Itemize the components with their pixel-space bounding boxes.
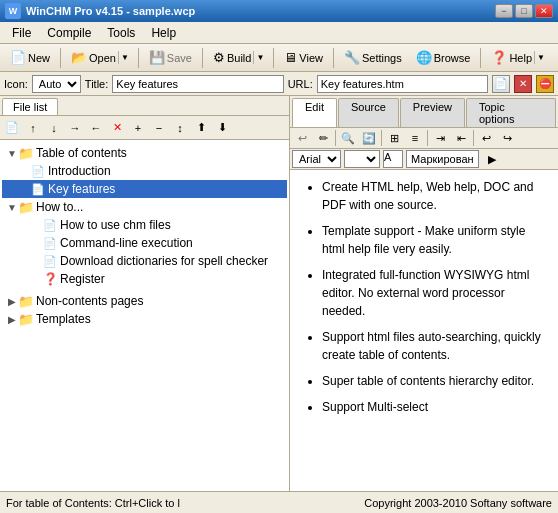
redo-button[interactable]: ↪ — [497, 129, 517, 147]
open-button[interactable]: 📂 Open ▼ — [65, 47, 134, 68]
font-color-button[interactable]: A — [383, 150, 403, 168]
tmpl-folder-icon: 📁 — [18, 311, 34, 327]
view-icon: 🖥 — [284, 50, 297, 65]
tree-item-templates[interactable]: ▶ 📁 Templates — [2, 310, 287, 328]
left-panel: File list 📄 ↑ ↓ → ← ✕ + − ↕ ⬆ ⬇ ▼ 📁 Tabl… — [0, 96, 290, 491]
expand-button[interactable]: + — [128, 119, 148, 137]
move-up-button[interactable]: ↑ — [23, 119, 43, 137]
tree-item-how-to-use[interactable]: 📄 How to use chm files — [2, 216, 287, 234]
root-folder-icon: 📁 — [18, 145, 34, 161]
tree-item-register[interactable]: ❓ Register — [2, 270, 287, 288]
tree-area: ▼ 📁 Table of contents 📄 Introduction 📄 K… — [0, 140, 289, 491]
tree-item-cmdline[interactable]: 📄 Command-line execution — [2, 234, 287, 252]
menu-file[interactable]: File — [4, 24, 39, 42]
reg-page-icon: ❓ — [42, 271, 58, 287]
replace-button[interactable]: 🔄 — [359, 129, 379, 147]
expand-tmpl-icon[interactable]: ▶ — [6, 314, 18, 325]
separator — [335, 130, 336, 146]
tree-root[interactable]: ▼ 📁 Table of contents — [2, 144, 287, 162]
move-down-button[interactable]: ↓ — [44, 119, 64, 137]
indent-button[interactable]: ⇥ — [430, 129, 450, 147]
tab-source[interactable]: Source — [338, 98, 399, 127]
tree-item-how-to[interactable]: ▼ 📁 How to... — [2, 198, 287, 216]
cmd-page-icon: 📄 — [42, 235, 58, 251]
build-button[interactable]: ⚙ Build ▼ — [207, 47, 269, 68]
font-style-label: Маркирован — [406, 150, 479, 168]
align-button[interactable]: ≡ — [405, 129, 425, 147]
window-title: WinCHM Pro v4.15 - sample.wcp — [26, 5, 195, 17]
new-button[interactable]: 📄 New — [4, 47, 56, 68]
undo2-button[interactable]: ↩ — [476, 129, 496, 147]
tree-item-download[interactable]: 📄 Download dictionaries for spell checke… — [2, 252, 287, 270]
editor-tabs: Edit Source Preview Topic options — [290, 96, 558, 128]
use-page-icon: 📄 — [42, 217, 58, 233]
app-icon: W — [5, 3, 21, 19]
collapse-button[interactable]: − — [149, 119, 169, 137]
tab-edit[interactable]: Edit — [292, 98, 337, 127]
help-button[interactable]: ❓ Help ▼ — [485, 47, 550, 68]
bold-button[interactable]: ✏ — [313, 129, 333, 147]
editor-content: Create HTML help, Web help, DOC and PDF … — [290, 170, 558, 491]
delete-button[interactable]: ✕ — [107, 119, 127, 137]
add-topic-button[interactable]: 📄 — [2, 119, 22, 137]
outdent-button[interactable]: ⇤ — [451, 129, 471, 147]
settings-button[interactable]: 🔧 Settings — [338, 47, 408, 68]
menu-tools[interactable]: Tools — [99, 24, 143, 42]
save-button[interactable]: 💾 Save — [143, 47, 198, 68]
browse-icon: 🌐 — [416, 50, 432, 65]
separator — [381, 130, 382, 146]
tree-item-introduction[interactable]: 📄 Introduction — [2, 162, 287, 180]
expand-root-icon[interactable]: ▼ — [6, 148, 18, 159]
url-browse-button[interactable]: 📄 — [492, 75, 510, 93]
font-select[interactable]: Arial — [292, 150, 341, 168]
tab-topic-options[interactable]: Topic options — [466, 98, 556, 127]
move-right-button[interactable]: → — [65, 119, 85, 137]
separator — [480, 48, 481, 68]
open-arrow[interactable]: ▼ — [118, 51, 131, 64]
table-button[interactable]: ⊞ — [384, 129, 404, 147]
expand-nc-icon[interactable]: ▶ — [6, 296, 18, 307]
menu-bar: File Compile Tools Help — [0, 22, 558, 44]
tree-intro-label: Introduction — [48, 164, 111, 178]
expand-howto-icon[interactable]: ▼ — [6, 202, 18, 213]
maximize-button[interactable]: □ — [515, 4, 533, 18]
font-bar: Arial A Маркирован ▶ — [290, 149, 558, 170]
status-bar: For table of Contents: Ctrl+Click to l C… — [0, 491, 558, 513]
view-button[interactable]: 🖥 View — [278, 47, 329, 68]
status-left: For table of Contents: Ctrl+Click to l — [6, 497, 180, 509]
save-icon: 💾 — [149, 50, 165, 65]
menu-help[interactable]: Help — [143, 24, 184, 42]
move-left-button[interactable]: ← — [86, 119, 106, 137]
list-item: Support Multi-select — [322, 398, 546, 416]
arrow-up2-button[interactable]: ⬆ — [191, 119, 211, 137]
menu-compile[interactable]: Compile — [39, 24, 99, 42]
font-style-arrow[interactable]: ▶ — [482, 150, 502, 168]
title-input[interactable] — [112, 75, 283, 93]
minimize-button[interactable]: − — [495, 4, 513, 18]
tree-item-key-features[interactable]: 📄 Key features — [2, 180, 287, 198]
intro-page-icon: 📄 — [30, 163, 46, 179]
open-icon: 📂 — [71, 50, 87, 65]
panel-toolbar: 📄 ↑ ↓ → ← ✕ + − ↕ ⬆ ⬇ — [0, 116, 289, 140]
separator — [202, 48, 203, 68]
tree-item-noncontents[interactable]: ▶ 📁 Non-contents pages — [2, 292, 287, 310]
tab-file-list[interactable]: File list — [2, 98, 58, 115]
tab-preview[interactable]: Preview — [400, 98, 465, 127]
build-arrow[interactable]: ▼ — [253, 51, 266, 64]
editor-toolbar: ↩ ✏ 🔍 🔄 ⊞ ≡ ⇥ ⇤ ↩ ↪ — [290, 128, 558, 149]
arrow-down2-button[interactable]: ⬇ — [212, 119, 232, 137]
url-remove-button[interactable]: ⛔ — [536, 75, 554, 93]
tree-root-label: Table of contents — [36, 146, 127, 160]
new-icon: 📄 — [10, 50, 26, 65]
close-button[interactable]: ✕ — [535, 4, 553, 18]
font-size-select[interactable] — [344, 150, 380, 168]
list-item: Template support - Make uniform style ht… — [322, 222, 546, 258]
browse-button[interactable]: 🌐 Browse — [410, 47, 477, 68]
sort-button[interactable]: ↕ — [170, 119, 190, 137]
undo-button[interactable]: ↩ — [292, 129, 312, 147]
search-button[interactable]: 🔍 — [338, 129, 358, 147]
help-arrow[interactable]: ▼ — [534, 51, 547, 64]
icon-select[interactable]: Auto — [32, 75, 81, 93]
url-red-button[interactable]: ✕ — [514, 75, 532, 93]
url-input[interactable] — [317, 75, 488, 93]
